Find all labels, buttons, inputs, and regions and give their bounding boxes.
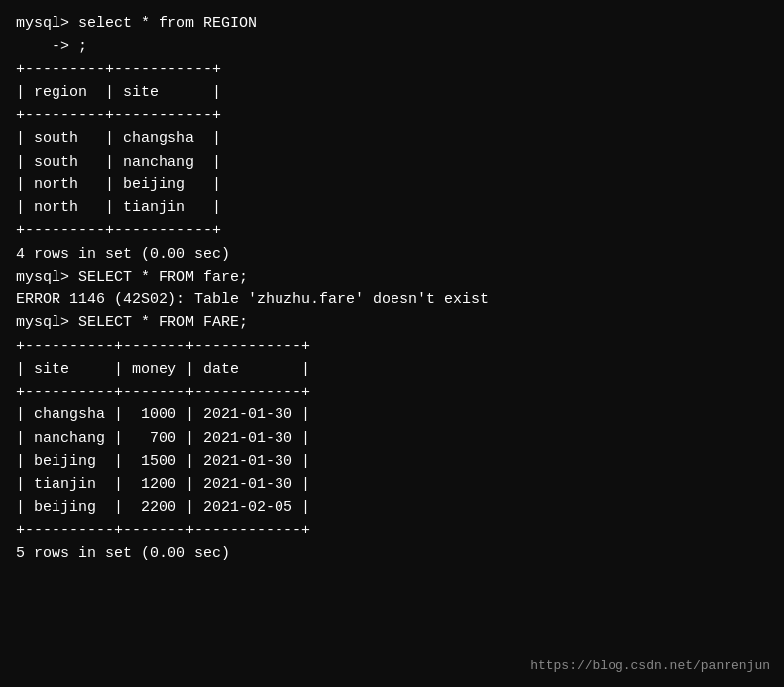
terminal-line: | north | beijing |: [16, 173, 768, 196]
terminal-line: -> ;: [16, 35, 768, 57]
terminal-line: | south | changsha |: [16, 127, 768, 150]
terminal-line: | beijing | 1500 | 2021-01-30 |: [16, 450, 768, 473]
terminal-line: +---------+-----------+: [16, 219, 768, 242]
terminal-line: | changsha | 1000 | 2021-01-30 |: [16, 403, 768, 426]
terminal-line: ERROR 1146 (42S02): Table 'zhuzhu.fare' …: [16, 288, 768, 311]
terminal-line: +----------+-------+------------+: [16, 335, 768, 358]
watermark: https://blog.csdn.net/panrenjun: [530, 658, 770, 673]
terminal-output: mysql> select * from REGION -> ;+-------…: [16, 12, 768, 565]
terminal-line: | north | tianjin |: [16, 196, 768, 219]
terminal-line: | beijing | 2200 | 2021-02-05 |: [16, 496, 768, 518]
terminal-line: | south | nanchang |: [16, 151, 768, 173]
terminal-line: +---------+-----------+: [16, 104, 768, 127]
terminal-line: mysql> SELECT * FROM fare;: [16, 266, 768, 288]
terminal-line: 4 rows in set (0.00 sec): [16, 243, 768, 266]
terminal-line: | site | money | date |: [16, 358, 768, 381]
terminal-line: 5 rows in set (0.00 sec): [16, 542, 768, 565]
terminal-line: | region | site |: [16, 81, 768, 104]
terminal-line: +---------+-----------+: [16, 58, 768, 81]
terminal-line: | tianjin | 1200 | 2021-01-30 |: [16, 473, 768, 496]
terminal-line: | nanchang | 700 | 2021-01-30 |: [16, 427, 768, 450]
terminal-line: mysql> select * from REGION: [16, 12, 768, 35]
terminal-line: +----------+-------+------------+: [16, 381, 768, 403]
terminal-line: mysql> SELECT * FROM FARE;: [16, 311, 768, 334]
terminal-line: +----------+-------+------------+: [16, 519, 768, 542]
